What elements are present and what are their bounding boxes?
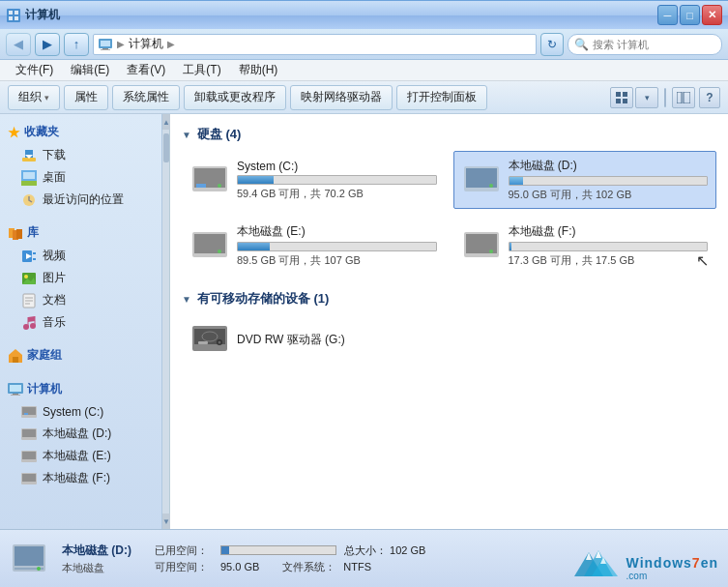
menu-help[interactable]: 帮助(H)	[231, 60, 286, 80]
main-layout: ★ 收藏夹 下载 桌面	[0, 114, 728, 529]
computer-header[interactable]: 计算机	[0, 377, 161, 401]
properties-button[interactable]: 属性	[64, 85, 108, 110]
sidebar-item-picture[interactable]: 图片	[0, 267, 161, 289]
status-drive-subname: 本地磁盘	[62, 561, 131, 575]
close-button[interactable]: ✕	[702, 5, 722, 25]
status-info: 本地磁盘 (D:) 本地磁盘	[62, 543, 131, 575]
win7-text: Windows7en .com	[626, 555, 718, 581]
sidebar-item-download[interactable]: 下载	[0, 144, 161, 166]
up-button[interactable]: ↑	[64, 33, 89, 56]
title-bar-left: 计算机	[6, 7, 60, 23]
hard-drives-title: 硬盘 (4)	[197, 126, 242, 143]
menu-view[interactable]: 查看(V)	[119, 60, 173, 80]
library-section: 库 视频 图片 文档	[0, 220, 161, 334]
address-bar: ◀ ▶ ↑ ▶ 计算机 ▶ ↻ 🔍	[0, 29, 728, 60]
minimize-button[interactable]: ─	[657, 5, 678, 25]
svg-rect-10	[623, 92, 627, 97]
uninstall-button[interactable]: 卸载或更改程序	[184, 85, 286, 110]
drive-e-item[interactable]: 本地磁盘 (E:) 89.5 GB 可用，共 107 GB	[182, 217, 446, 275]
forward-button[interactable]: ▶	[35, 33, 60, 56]
library-header[interactable]: 库	[0, 220, 161, 245]
drive-d-item[interactable]: 本地磁盘 (D:) 95.0 GB 可用，共 102 GB	[453, 151, 717, 209]
scroll-down-arrow[interactable]: ▼	[162, 514, 170, 529]
status-details: 已用空间： 总大小： 102 GB 可用空间： 95.0 GB 文件系统： NT…	[155, 543, 425, 574]
status-drive-name: 本地磁盘 (D:)	[62, 543, 131, 559]
scroll-thumb[interactable]	[163, 133, 169, 162]
organize-button[interactable]: 组织 ▾	[8, 85, 60, 110]
help-button[interactable]: ?	[699, 87, 720, 108]
computer-sidebar-icon	[8, 382, 23, 397]
drive-d-info: 本地磁盘 (D:) 95.0 GB 可用，共 102 GB	[509, 158, 709, 202]
svg-point-63	[218, 249, 221, 253]
removable-collapse-arrow[interactable]: ▼	[182, 294, 191, 305]
status-fs-label: 文件系统：	[282, 560, 335, 574]
menu-file[interactable]: 文件(F)	[8, 60, 61, 80]
address-path[interactable]: ▶ 计算机 ▶	[93, 34, 537, 55]
status-drive-icon	[12, 542, 46, 576]
drive-e-info: 本地磁盘 (E:) 89.5 GB 可用，共 107 GB	[237, 223, 437, 268]
pane-icon	[677, 92, 690, 103]
menu-edit[interactable]: 编辑(E)	[63, 60, 117, 80]
search-input[interactable]	[593, 39, 726, 50]
menu-tools[interactable]: 工具(T)	[175, 60, 228, 80]
sidebar-item-desktop[interactable]: 桌面	[0, 166, 161, 189]
dvd-drive-item[interactable]: DVD RW 驱动器 (G:)	[182, 315, 716, 364]
window-icon	[6, 8, 21, 23]
svg-point-60	[489, 184, 493, 188]
svg-rect-4	[15, 16, 18, 20]
svg-rect-74	[15, 546, 44, 566]
favorites-section: ★ 收藏夹 下载 桌面	[0, 120, 161, 211]
svg-rect-56	[196, 184, 206, 188]
search-box[interactable]: 🔍	[568, 34, 722, 55]
win7-brand: Windows7en	[626, 555, 718, 571]
sidebar-item-c[interactable]: System (C:)	[0, 401, 161, 423]
homegroup-section: 家庭组	[0, 343, 161, 367]
computer-icon	[98, 37, 113, 52]
svg-rect-12	[623, 99, 627, 103]
drive-d-bar	[510, 177, 523, 185]
drive-e-bar	[238, 243, 270, 250]
svg-rect-53	[22, 474, 36, 482]
sidebar-item-d[interactable]: 本地磁盘 (D:)	[0, 423, 161, 445]
drive-e-icon	[190, 228, 229, 263]
picture-icon	[21, 271, 37, 286]
control-panel-button[interactable]: 打开控制面板	[396, 85, 487, 110]
sidebar-item-recent[interactable]: 最近访问的位置	[0, 189, 161, 211]
drive-d-sidebar-icon	[21, 426, 37, 442]
path-separator2: ▶	[167, 39, 175, 49]
refresh-button[interactable]: ↻	[540, 33, 564, 56]
sidebar-item-music[interactable]: 音乐	[0, 311, 161, 334]
title-controls: ─ □ ✕	[657, 5, 722, 25]
sidebar-scrollbar[interactable]: ▲ ▼	[162, 114, 170, 529]
svg-point-76	[37, 567, 41, 571]
homegroup-header[interactable]: 家庭组	[0, 343, 161, 367]
win7-watermark: Windows7en .com	[565, 543, 718, 581]
organize-arrow: ▾	[44, 93, 49, 103]
video-icon	[21, 249, 37, 264]
dvd-drive-name: DVD RW 驱动器 (G:)	[237, 332, 708, 348]
drive-f-item[interactable]: 本地磁盘 (F:) 17.3 GB 可用，共 17.5 GB	[453, 217, 717, 275]
search-icon: 🔍	[574, 38, 589, 51]
svg-point-57	[218, 184, 221, 188]
map-drive-button[interactable]: 映射网络驱动器	[290, 85, 393, 110]
drive-c-item[interactable]: System (C:) 59.4 GB 可用，共 70.2 GB	[182, 151, 446, 209]
sidebar-item-f[interactable]: 本地磁盘 (F:)	[0, 467, 161, 489]
status-bar-fill	[221, 546, 229, 554]
path-computer: 计算机	[129, 36, 163, 52]
favorites-header[interactable]: ★ 收藏夹	[0, 120, 161, 144]
maximize-button[interactable]: □	[680, 5, 700, 25]
drives-collapse-arrow[interactable]: ▼	[182, 130, 191, 140]
sidebar-item-video[interactable]: 视频	[0, 245, 161, 267]
back-button[interactable]: ◀	[6, 33, 31, 56]
sidebar-scroll[interactable]: ★ 收藏夹 下载 桌面	[0, 114, 161, 529]
view-arrow-button[interactable]: ▾	[635, 87, 658, 108]
scroll-up-arrow[interactable]: ▲	[162, 114, 170, 130]
drive-c-bar	[238, 176, 274, 184]
pane-button[interactable]	[672, 87, 695, 108]
system-properties-button[interactable]: 系统属性	[112, 85, 180, 110]
sidebar-item-doc[interactable]: 文档	[0, 289, 161, 311]
sidebar-item-e[interactable]: 本地磁盘 (E:)	[0, 445, 161, 467]
svg-rect-51	[22, 452, 36, 459]
view-mode-button[interactable]	[610, 87, 633, 108]
star-icon: ★	[8, 125, 20, 140]
